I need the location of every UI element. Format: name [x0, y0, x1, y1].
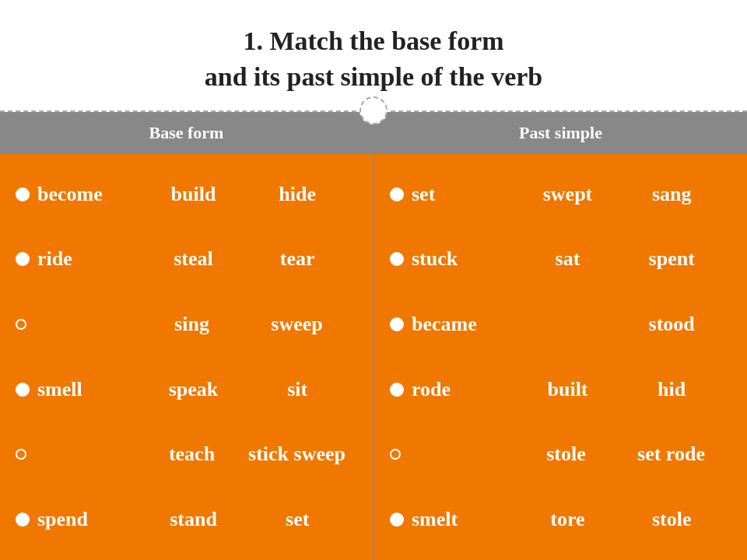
word-stand: stand	[142, 508, 246, 531]
right-row-4-text: rode built hid	[412, 378, 731, 401]
left-column: Base form become build hide ride steal	[0, 112, 374, 560]
word-stick-sweep: stick sweep	[244, 443, 349, 466]
right-row-1: set swept sang	[390, 180, 731, 209]
right-row-3-text: became stood	[412, 313, 731, 336]
right-row-5-text: stole set rode	[409, 443, 731, 466]
word-tore: tore	[516, 508, 620, 531]
bullet-filled	[16, 383, 30, 397]
right-column-header: Past simple	[374, 112, 747, 154]
word-sit: sit	[245, 378, 349, 401]
left-row-3-text: sing sweep	[34, 313, 357, 336]
word-smelt: smelt	[412, 508, 516, 531]
word-spend: spend	[37, 508, 142, 531]
bullet-filled	[390, 513, 404, 527]
left-row-2-text: ride steal tear	[37, 247, 357, 271]
word-sweep: sweep	[244, 313, 349, 336]
word-set-rode: set rode	[619, 443, 724, 466]
header-line1: 1. Match the base form	[243, 26, 503, 55]
right-row-6: smelt tore stole	[390, 505, 731, 534]
right-column-body: set swept sang stuck sat spent	[374, 154, 747, 560]
right-row-2: stuck sat spent	[390, 244, 731, 274]
word-tear: tear	[245, 247, 349, 271]
word-spent: spent	[619, 247, 724, 271]
past-simple-label: Past simple	[519, 123, 602, 142]
word-empty3	[516, 313, 620, 336]
left-row-1: become build hide	[16, 180, 357, 209]
left-row-4-text: smell speak sit	[37, 378, 357, 401]
word-smell: smell	[37, 378, 142, 401]
word-hide: hide	[245, 183, 349, 206]
word-rode: rode	[412, 378, 516, 401]
bullet-filled	[16, 513, 30, 527]
left-column-body: become build hide ride steal tear	[0, 154, 373, 560]
word-become: become	[37, 183, 142, 206]
right-row-3: became stood	[390, 310, 731, 339]
right-row-2-text: stuck sat spent	[412, 247, 731, 271]
word-set-r: set	[412, 183, 516, 206]
bullet-filled	[390, 317, 404, 331]
word-sat: sat	[516, 247, 620, 271]
word-empty2	[34, 443, 139, 466]
left-row-6: spend stand set	[16, 505, 357, 534]
word-build: build	[142, 183, 246, 206]
left-row-4: smell speak sit	[16, 375, 357, 404]
right-row-1-text: set swept sang	[412, 183, 731, 206]
header-circle-decoration	[359, 96, 388, 124]
content-area: Base form become build hide ride steal	[0, 112, 747, 560]
base-form-label: Base form	[149, 123, 224, 142]
left-row-5-text: teach stick sweep	[34, 443, 357, 466]
word-set: set	[245, 508, 349, 531]
left-column-header: Base form	[0, 112, 373, 154]
header: 1. Match the base form and its past simp…	[0, 0, 747, 112]
bullet-empty	[16, 319, 26, 330]
word-sang: sang	[619, 183, 724, 206]
word-speak: speak	[142, 378, 246, 401]
bullet-filled	[390, 187, 404, 201]
word-swept: swept	[516, 183, 620, 206]
right-column: Past simple set swept sang stuck sat	[374, 112, 747, 560]
word-stuck: stuck	[412, 247, 516, 271]
word-built: built	[516, 378, 620, 401]
right-row-6-text: smelt tore stole	[412, 508, 731, 531]
word-became: became	[412, 313, 516, 336]
word-hid: hid	[619, 378, 724, 401]
header-line2: and its past simple of the verb	[205, 62, 542, 91]
header-title: 1. Match the base form and its past simp…	[16, 23, 731, 95]
word-stood: stood	[619, 313, 724, 336]
bullet-filled	[16, 187, 30, 201]
left-row-2: ride steal tear	[16, 244, 357, 274]
word-empty4	[409, 443, 514, 466]
word-ride: ride	[37, 247, 142, 271]
bullet-empty	[16, 449, 26, 460]
left-row-1-text: become build hide	[37, 183, 357, 206]
word-stole2: stole	[619, 508, 724, 531]
bullet-empty	[390, 449, 401, 460]
word-teach: teach	[139, 443, 244, 466]
page-container: 1. Match the base form and its past simp…	[0, 0, 747, 560]
word-stole: stole	[514, 443, 619, 466]
left-row-5: teach stick sweep	[16, 439, 357, 469]
left-row-6-text: spend stand set	[37, 508, 357, 531]
word-empty1	[34, 313, 139, 336]
bullet-filled	[390, 383, 404, 397]
bullet-filled	[16, 252, 30, 266]
word-sing: sing	[139, 313, 244, 336]
right-row-5: stole set rode	[390, 439, 731, 469]
left-row-3: sing sweep	[16, 310, 357, 339]
bullet-filled	[390, 252, 404, 266]
word-steal: steal	[142, 247, 246, 271]
right-row-4: rode built hid	[390, 375, 731, 404]
